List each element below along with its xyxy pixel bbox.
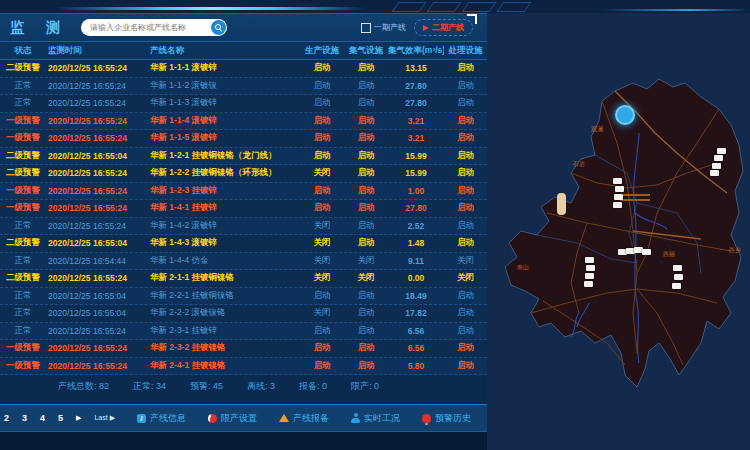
table-row[interactable]: 正常2020/12/25 16:55:04华新 2-2-1 挂镀铜镍铬启动启动1… [0,288,487,306]
pagination: 2345▶Last ▶ [4,413,115,423]
table-header: 状态监测时间产线名称生产设施集气设施集气效率(m³/s)处理设施 [0,42,487,60]
summary-item: 预警: 45 [190,380,223,393]
column-header: 状态 [0,45,46,57]
table-row[interactable]: 正常2020/12/25 16:55:24华新 1-1-2 滚镀镍启动启动27.… [0,78,487,96]
monitoring-dashboard: 监 测 一期产线 二期产线 状态监测时间产线名称生产设施集气设施集气效率(m³/… [0,0,750,450]
page-button[interactable]: 2 [4,413,9,423]
map-site-marker[interactable] [672,283,681,289]
table-row[interactable]: 正常2020/12/25 16:55:24华新 2-3-1 挂镀锌启动启动6.5… [0,323,487,341]
bottom-strip [0,432,487,450]
cell-prod: 关闭 [300,307,344,319]
cell-treat: 启动 [444,202,487,214]
map-site-marker[interactable] [586,265,595,271]
search-box[interactable] [81,19,227,36]
footer-button-label: 预警历史 [435,412,471,425]
search-input[interactable] [81,23,210,32]
map-site-marker[interactable] [717,148,726,154]
map-site-marker[interactable] [714,155,723,161]
cell-status: 二级预警 [0,150,46,162]
cell-time: 2020/12/25 16:55:04 [46,291,150,301]
map-site-marker[interactable] [584,281,593,287]
checkbox-icon[interactable] [361,23,371,33]
table-row[interactable]: 一级预警2020/12/25 16:55:24华新 1-4-1 挂镀锌启动启动2… [0,200,487,218]
map-alert-marker[interactable] [615,105,635,125]
map-site-marker[interactable] [642,249,651,255]
phase1-checkbox[interactable]: 一期产线 [361,22,406,33]
table-row[interactable]: 一级预警2020/12/25 16:55:24华新 2-3-2 挂镀镍铬启动启动… [0,340,487,358]
cell-gas: 启动 [344,342,388,354]
map-site-marker[interactable] [585,273,594,279]
table-row[interactable]: 正常2020/12/25 16:54:44华新 1-4-4 仿金关闭关闭9.11… [0,253,487,271]
table-row[interactable]: 一级预警2020/12/25 16:55:24华新 1-1-5 滚镀锌启动启动3… [0,130,487,148]
map-site-marker[interactable] [710,170,719,176]
footer-button[interactable]: 预警历史 [422,412,471,425]
last-page-button[interactable]: Last ▶ [94,414,115,422]
cell-line: 华新 2-2-2 滚镀镍铬 [150,307,300,319]
cell-eff: 27.80 [388,98,444,108]
cell-status: 二级预警 [0,62,46,74]
cell-status: 正常 [0,97,46,109]
cell-status: 正常 [0,220,46,232]
cell-line: 华新 1-1-4 滚镀锌 [150,115,300,127]
cell-treat: 启动 [444,97,487,109]
page-button[interactable]: 3 [22,413,27,423]
cell-gas: 启动 [344,220,388,232]
table-row[interactable]: 一级预警2020/12/25 16:55:24华新 1-2-3 挂镀锌启动启动1… [0,183,487,201]
table-row[interactable]: 正常2020/12/25 16:55:24华新 1-1-3 滚镀锌启动启动27.… [0,95,487,113]
table-row[interactable]: 二级预警2020/12/25 16:55:24华新 2-1-1 挂镀铜镍铬关闭关… [0,270,487,288]
cell-eff: 9.11 [388,256,444,266]
cell-line: 华新 1-4-4 仿金 [150,255,300,267]
footer-button[interactable]: 产线报备 [279,412,329,425]
table-row[interactable]: 正常2020/12/25 16:55:04华新 2-2-2 滚镀镍铬关闭启动17… [0,305,487,323]
map-site-marker[interactable] [613,202,622,208]
table-row[interactable]: 一级预警2020/12/25 16:55:24华新 1-1-4 滚镀锌启动启动3… [0,113,487,131]
cell-gas: 启动 [344,167,388,179]
table-row[interactable]: 二级预警2020/12/25 16:55:24华新 1-1-1 滚镀锌启动启动1… [0,60,487,78]
phase2-toggle[interactable]: 二期产线 [414,19,473,36]
map-site-marker[interactable] [613,178,622,184]
table-row[interactable]: 二级预警2020/12/25 16:55:04华新 1-2-1 挂镀铜镍铬（龙门… [0,148,487,166]
cell-time: 2020/12/25 16:55:04 [46,308,150,318]
table-row[interactable]: 二级预警2020/12/25 16:55:24华新 1-2-2 挂镀铜镍铬（环形… [0,165,487,183]
city-map[interactable] [487,13,750,450]
footer-button[interactable]: 实时工况 [351,412,400,425]
map-site-marker[interactable] [673,265,682,271]
cell-gas: 启动 [344,62,388,74]
cell-gas: 启动 [344,150,388,162]
map-site-marker[interactable] [585,257,594,263]
map-site-marker[interactable] [615,186,624,192]
phase-filter-group: 一期产线 二期产线 [361,19,473,36]
cell-prod: 启动 [300,80,344,92]
deco-slants [395,2,528,12]
footer-button-label: 产线信息 [150,412,186,425]
cell-status: 正常 [0,325,46,337]
cell-prod: 启动 [300,185,344,197]
flag-icon [423,25,429,31]
cell-gas: 启动 [344,325,388,337]
page-button[interactable]: 4 [40,413,45,423]
cell-time: 2020/12/25 16:55:24 [46,361,150,371]
cell-time: 2020/12/25 16:55:24 [46,81,150,91]
table-row[interactable]: 一级预警2020/12/25 16:55:24华新 2-4-1 挂镀镍铬启动启动… [0,358,487,376]
cell-prod: 启动 [300,342,344,354]
cell-status: 一级预警 [0,185,46,197]
cell-treat: 启动 [444,80,487,92]
cell-eff: 6.56 [388,326,444,336]
table-row[interactable]: 二级预警2020/12/25 16:55:04华新 1-4-3 滚镀锌关闭启动1… [0,235,487,253]
map-site-marker[interactable] [674,274,683,280]
map-site-marker[interactable] [712,163,721,169]
page-title: 监 测 [10,19,69,37]
cell-gas: 启动 [344,115,388,127]
cell-status: 正常 [0,80,46,92]
cell-time: 2020/12/25 16:55:24 [46,116,150,126]
page-button[interactable]: 5 [58,413,63,423]
footer-button[interactable]: i产线信息 [137,412,186,425]
table-row[interactable]: 正常2020/12/25 16:55:24华新 1-4-2 滚镀锌关闭启动2.5… [0,218,487,236]
footer-button[interactable]: 限产设置 [208,412,257,425]
map-site-marker[interactable] [614,194,623,200]
cell-status: 正常 [0,307,46,319]
search-icon[interactable] [211,20,226,35]
cell-status: 二级预警 [0,167,46,179]
next-page-button[interactable]: ▶ [76,414,81,422]
cell-line: 华新 1-1-1 滚镀锌 [150,62,300,74]
